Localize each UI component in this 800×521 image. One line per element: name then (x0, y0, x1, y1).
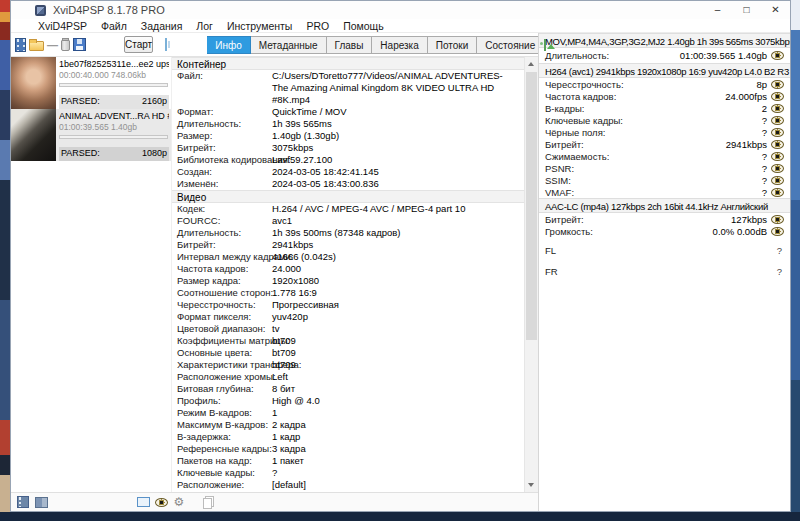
delete-button[interactable] (61, 36, 70, 54)
open-file-button[interactable] (29, 36, 44, 54)
minimize-button[interactable]: – (703, 1, 732, 19)
eye-icon[interactable] (771, 176, 784, 185)
eye-icon[interactable] (771, 92, 784, 101)
visibility-button[interactable] (153, 494, 169, 510)
info-label: Частота кадров: (172, 263, 272, 275)
window-title: XviD4PSP 8.1.78 PRO (53, 4, 165, 16)
screenshot-button[interactable] (544, 39, 546, 51)
status-label: PARSED: (61, 147, 100, 161)
preview-monitor-button[interactable] (135, 494, 151, 510)
tab[interactable]: Нарезка (372, 36, 427, 54)
scrollbar-thumb[interactable] (526, 72, 537, 340)
eye-icon[interactable] (771, 164, 784, 173)
eye-icon[interactable] (771, 128, 784, 137)
tab[interactable]: Метаданные (251, 36, 327, 54)
info-value: 8 бит (272, 383, 524, 395)
arrow-up-icon (528, 62, 534, 66)
info-row: Битрейт: 3075kbps (172, 142, 524, 154)
copy-info-button[interactable] (199, 494, 215, 510)
info-label: Размер кадра: (172, 275, 272, 287)
open-folder-icon (29, 41, 44, 51)
save-button[interactable] (73, 36, 86, 54)
info-row: Размер: 1.40gb (1.30gb) (172, 130, 524, 142)
file-list-item[interactable]: 1be07f82525311e...ee2 upscaled.jpg 00:00… (11, 57, 171, 109)
scroll-down-button[interactable] (525, 478, 538, 492)
info-value: 2 кадра (272, 419, 524, 431)
info-label: Длительность: (172, 227, 272, 239)
file-list-item-selected[interactable]: ANIMAL ADVENT...RA HD #8K.mp4 01:00:39.5… (11, 109, 171, 161)
menu-item[interactable]: Задания (134, 19, 190, 33)
output-value: 127kbps (584, 214, 771, 225)
info-row: Ключевые кадры: ? (172, 467, 524, 479)
film-copy-button[interactable] (33, 494, 49, 510)
scroll-up-button[interactable] (525, 57, 538, 71)
output-row: Частота кадров: 24.000fps (539, 90, 790, 102)
info-label: Файл: (172, 70, 272, 82)
start-button[interactable]: Старт (124, 36, 153, 53)
menu-item[interactable]: Файл (94, 19, 134, 33)
menu-item[interactable]: Инструменты (220, 19, 299, 33)
info-value: x264 - core 155 r2901 7d0ff22 (272, 491, 524, 492)
menu-item[interactable]: Лог (189, 19, 220, 33)
settings-button[interactable]: ⚙ (171, 494, 187, 510)
film-strip-icon (17, 496, 29, 508)
output-video-rows: Чересстрочность: 8p Частота кадров: 24.0… (539, 78, 790, 198)
output-value: ? (574, 163, 771, 174)
app-icon (35, 5, 46, 16)
file-list: 1be07f82525311e...ee2 upscaled.jpg 00:00… (11, 57, 171, 492)
menu-item[interactable]: Помощь (336, 19, 391, 33)
output-row: Чересстрочность: 8p (539, 78, 790, 90)
eye-icon[interactable] (771, 80, 784, 89)
eye-icon[interactable] (771, 188, 784, 197)
tab[interactable]: Главы (327, 36, 373, 54)
info-label: Характеристики трансфера: (172, 359, 272, 371)
trash-icon (61, 40, 70, 51)
add-video-button[interactable] (15, 36, 26, 54)
info-row: Битрейт: 2941kbps (172, 239, 524, 251)
maximize-button[interactable]: □ (732, 1, 761, 19)
eye-icon (155, 498, 168, 507)
preview-window-button[interactable] (165, 38, 167, 51)
info-value: 3 кадра (272, 443, 524, 455)
eye-icon[interactable] (771, 215, 784, 224)
minus-icon: — (47, 40, 58, 50)
info-value: 1 пакет (272, 455, 524, 467)
eye-icon[interactable] (771, 51, 784, 60)
file-name: ANIMAL ADVENT...RA HD #8K.mp4 (59, 110, 169, 122)
film-strip-button[interactable] (15, 494, 31, 510)
info-row: Характеристики трансфера: bt709 (172, 359, 524, 371)
tab[interactable]: Потоки (428, 36, 478, 54)
info-value: tv (272, 323, 524, 335)
info-value: 1.778 16:9 (272, 287, 524, 299)
toolbar: — Старт ИнфоМетаданныеГлавыНарезкаПотоки… (11, 33, 538, 57)
audio-channel-row: FL ? (539, 243, 790, 264)
menu-item[interactable]: PRO (299, 19, 336, 33)
tab[interactable]: Инфо (207, 36, 251, 54)
output-label: Громкость: (545, 226, 593, 237)
film-icon (15, 38, 26, 52)
info-label: Чересстрочность: (172, 299, 272, 311)
remove-item-button[interactable]: — (47, 36, 58, 54)
info-value: [default] (272, 479, 524, 491)
info-value: Прогрессивная (272, 299, 524, 311)
info-value: bt709 (272, 359, 524, 371)
window-controls: – □ ✕ (703, 1, 790, 19)
info-row: Максимум B-кадров: 2 кадра (172, 419, 524, 431)
tab[interactable]: Состояние (477, 36, 544, 54)
section-header-container: Контейнер (172, 57, 524, 70)
output-value: 2941kbps (584, 139, 771, 150)
info-row: Интервал между кадрами: 41666 (0.042s) (172, 251, 524, 263)
eye-icon[interactable] (771, 227, 784, 236)
close-button[interactable]: ✕ (761, 1, 790, 19)
channel-label: FL (545, 245, 556, 264)
eye-icon[interactable] (771, 116, 784, 125)
info-row: Референсные кадры: 3 кадра (172, 443, 524, 455)
eye-icon[interactable] (771, 140, 784, 149)
eye-icon[interactable] (771, 152, 784, 161)
menu-item[interactable]: XviD4PSP (31, 19, 94, 33)
eye-icon[interactable] (771, 104, 784, 113)
info-value: 2024-03-05 18:42:41.145 (272, 166, 524, 178)
desktop-background-left (0, 0, 10, 512)
vertical-scrollbar[interactable] (524, 57, 538, 492)
output-row: Ключевые кадры: ? (539, 114, 790, 126)
